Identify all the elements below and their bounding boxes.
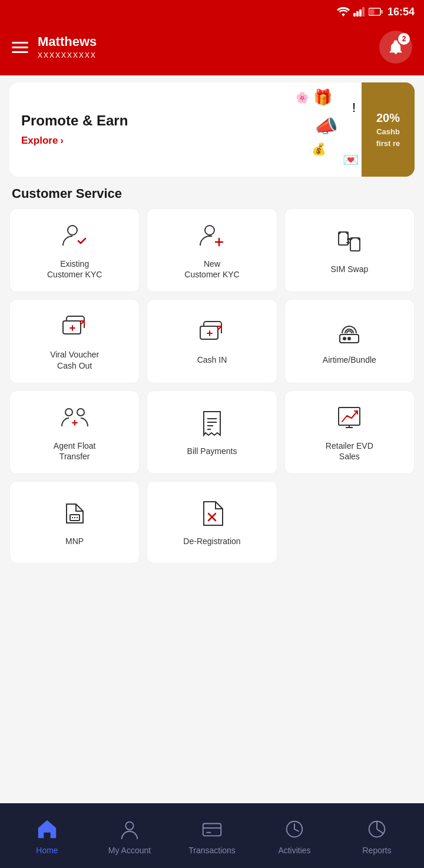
clock-icon (281, 816, 307, 842)
wallet-in-icon (198, 317, 226, 347)
home-icon (34, 816, 60, 842)
svg-point-7 (68, 226, 77, 235)
service-grid-row1: ExistingCustomer KYC NewCustomer KYC SIM… (0, 208, 424, 292)
status-time: 16:54 (387, 6, 415, 18)
service-grid-row2: Viral VoucherCash Out Cash IN Airtime/Bu (0, 299, 424, 383)
banner-first: first re (376, 139, 400, 148)
banner-title: Promote & Earn (21, 112, 128, 130)
airtime-bundle-button[interactable]: Airtime/Bundle (284, 299, 415, 383)
nav-reports[interactable]: Reports (336, 816, 418, 855)
svg-rect-5 (381, 10, 383, 14)
svg-rect-6 (369, 9, 374, 15)
account-number: xxxxxxxxxx (38, 49, 97, 60)
banner-secondary[interactable]: 20% Cashb first re (362, 82, 415, 177)
agent-float-transfer-button[interactable]: Agent FloatTransfer (9, 390, 140, 474)
viral-voucher-cash-out-button[interactable]: Viral VoucherCash Out (9, 299, 140, 383)
banner-main[interactable]: Promote & Earn Explore › 🎁 ! 📣 💌 💰 🌸 (9, 82, 362, 177)
bill-payments-label: Bill Payments (187, 446, 237, 456)
svg-point-8 (205, 226, 214, 235)
sim-swap-label: SIM Swap (330, 264, 368, 274)
airtime-bundle-label: Airtime/Bundle (323, 355, 376, 365)
svg-point-17 (77, 409, 84, 416)
new-customer-kyc-button[interactable]: NewCustomer KYC (147, 208, 277, 292)
section-title: Customer Service (0, 184, 424, 208)
signal-icon (353, 7, 365, 16)
svg-rect-32 (203, 824, 221, 836)
sim-swap-button[interactable]: SIM Swap (284, 208, 415, 292)
banner-text: Promote & Earn Explore › (21, 112, 128, 147)
svg-rect-1 (356, 11, 359, 16)
chart-up-icon (335, 403, 363, 433)
svg-point-16 (65, 409, 72, 416)
nav-activities-label: Activities (278, 846, 310, 855)
banner-explore-button[interactable]: Explore › (21, 135, 128, 147)
agent-float-label: Agent FloatTransfer (54, 440, 96, 462)
person-check-icon (61, 221, 89, 251)
user-name: Matthews (38, 34, 97, 49)
notification-button[interactable]: 2 (379, 31, 412, 64)
existing-customer-kyc-label: ExistingCustomer KYC (47, 259, 102, 280)
nav-my-account[interactable]: My Account (88, 816, 171, 855)
svg-rect-3 (362, 7, 365, 16)
nav-transactions[interactable]: Transactions (171, 816, 253, 855)
notification-badge: 2 (398, 33, 410, 45)
svg-rect-9 (339, 232, 348, 245)
banner-art: 🎁 ! 📣 💌 💰 🌸 (250, 82, 362, 177)
banner-container: Promote & Earn Explore › 🎁 ! 📣 💌 💰 🌸 20%… (0, 75, 424, 184)
pie-chart-icon (364, 816, 390, 842)
banner-cashback: Cashb (376, 127, 400, 137)
existing-customer-kyc-button[interactable]: ExistingCustomer KYC (9, 208, 140, 292)
doc-cancel-icon (198, 498, 226, 529)
svg-rect-0 (353, 13, 356, 16)
battery-icon (369, 8, 383, 16)
hamburger-menu[interactable] (12, 42, 28, 53)
card-icon (199, 816, 225, 842)
new-customer-kyc-label: NewCustomer KYC (184, 259, 239, 280)
viral-voucher-label: Viral VoucherCash Out (50, 349, 99, 370)
de-registration-label: De-Registration (183, 536, 240, 546)
cash-in-button[interactable]: Cash IN (147, 299, 277, 383)
nav-transactions-label: Transactions (188, 846, 236, 855)
nav-my-account-label: My Account (108, 846, 151, 855)
router-icon (335, 317, 363, 347)
nav-activities[interactable]: Activities (253, 816, 336, 855)
svg-rect-2 (359, 9, 362, 16)
svg-rect-10 (350, 238, 360, 251)
person-add-icon (198, 221, 226, 251)
de-registration-button[interactable]: De-Registration (147, 481, 277, 564)
mnp-label: MNP (65, 536, 84, 546)
mnp-button[interactable]: MNP (9, 481, 140, 564)
sim-card-icon (61, 498, 89, 529)
svg-point-31 (125, 822, 133, 830)
service-grid-row3: Agent FloatTransfer Bill Payments Retail (0, 390, 424, 474)
nav-reports-label: Reports (362, 846, 391, 855)
svg-point-15 (348, 337, 350, 340)
bill-payments-button[interactable]: Bill Payments (147, 390, 277, 474)
nav-home[interactable]: Home (6, 816, 88, 855)
svg-point-14 (343, 337, 346, 340)
header: Matthews xxxxxxxxxx 2 (0, 24, 424, 75)
people-transfer-icon (61, 403, 89, 433)
person-icon (117, 816, 143, 842)
banner-percent: 20% (376, 111, 400, 125)
nav-home-label: Home (36, 846, 58, 855)
retailer-evd-label: Retailer EVDSales (326, 440, 373, 462)
wallet-out-icon (61, 312, 89, 342)
bottom-nav: Home My Account Transactions (0, 803, 424, 868)
retailer-evd-sales-button[interactable]: Retailer EVDSales (284, 390, 415, 474)
wifi-icon (337, 7, 350, 16)
user-info: Matthews xxxxxxxxxx (38, 34, 97, 60)
cash-in-label: Cash IN (197, 355, 227, 365)
status-bar: 16:54 (0, 0, 424, 24)
sim-swap-icon (335, 226, 363, 257)
status-icons (337, 7, 383, 16)
service-grid-row4: MNP De-Registration (0, 474, 424, 564)
receipt-icon (198, 408, 226, 439)
